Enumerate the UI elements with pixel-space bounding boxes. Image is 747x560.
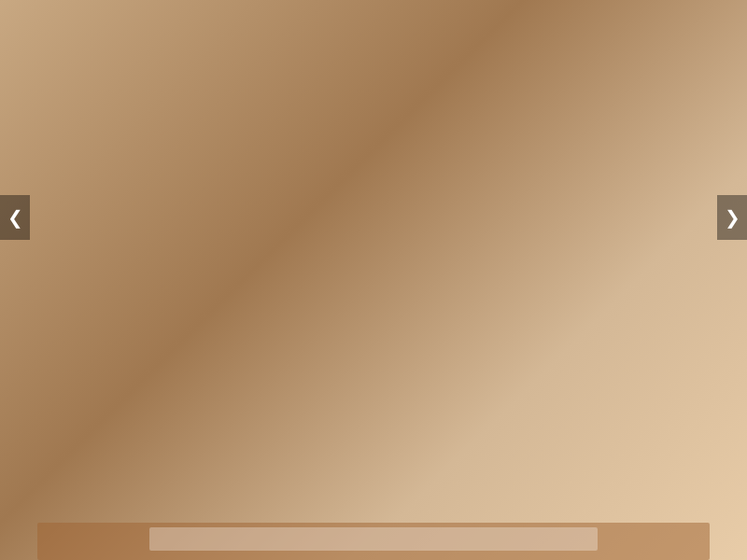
slider-prev-button[interactable]: ❮ xyxy=(0,195,30,240)
featured-section: FEATURED PRODUCTS xyxy=(0,353,747,560)
arrow-right-icon: ❯ xyxy=(725,206,740,229)
product-image-4 xyxy=(375,515,686,560)
product-card-4[interactable] xyxy=(375,515,686,560)
arrow-left-icon: ❮ xyxy=(7,206,23,229)
products-grid xyxy=(0,399,747,560)
slider-next-button[interactable]: ❯ xyxy=(717,195,747,240)
